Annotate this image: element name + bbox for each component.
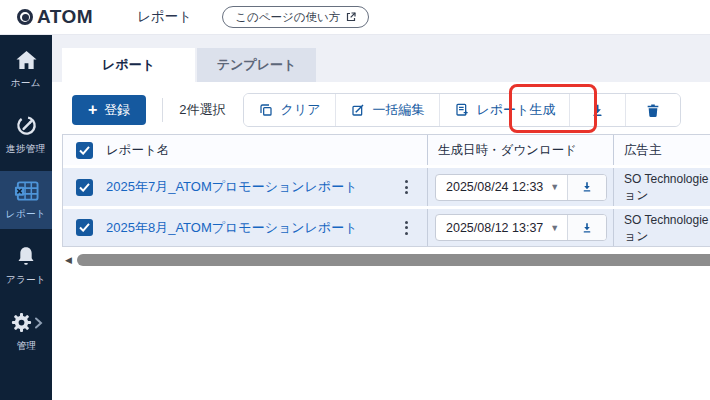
tab-bar: レポート テンプレート [52, 35, 710, 82]
report-table: レポート名 生成日時・ダウンロード 広告主 2025年7月_ATOMプロモー [62, 134, 710, 247]
clear-button[interactable]: クリア [244, 94, 335, 126]
bulk-edit-button-label: 一括編集 [373, 101, 425, 119]
advertiser-line2: ョン [624, 187, 710, 203]
generate-report-button[interactable]: レポート生成 [439, 94, 570, 126]
top-header: ATOM レポート このページの使い方 [0, 0, 710, 35]
atom-logo-text: ATOM [37, 6, 93, 28]
help-button-label: このページの使い方 [235, 10, 340, 25]
file-plus-icon [454, 102, 470, 118]
atom-logo: ATOM [17, 6, 93, 28]
register-button[interactable]: + 登録 [72, 95, 146, 125]
generation-datetime-value[interactable]: 2025/08/12 13:37 [436, 221, 550, 235]
trash-icon [645, 102, 661, 119]
row-download-button[interactable] [568, 215, 606, 240]
report-name-link[interactable]: 2025年8月_ATOMプロモーションレポート [106, 219, 357, 237]
main-content: レポート テンプレート + 登録 2件選択 クリア [52, 35, 710, 400]
atom-logo-icon [17, 9, 33, 25]
register-button-label: 登録 [104, 101, 130, 119]
row-checkbox[interactable] [76, 219, 93, 236]
sidebar-item-label: アラート [6, 273, 46, 286]
sidebar-item-label: 進捗管理 [6, 142, 46, 155]
table-row: 2025年7月_ATOMプロモーションレポート 2025/08/24 12:33… [63, 168, 710, 206]
generation-datetime-control: 2025/08/24 12:33 ▼ [435, 174, 607, 201]
toolbar-divider [162, 98, 163, 122]
generation-datetime-control: 2025/08/12 13:37 ▼ [435, 214, 607, 241]
progress-icon [15, 114, 38, 137]
page-title: レポート [137, 8, 192, 26]
report-spreadsheet-icon [14, 180, 39, 202]
clear-button-label: クリア [281, 101, 321, 119]
check-icon [79, 146, 90, 155]
sidebar-item-label: ホーム [11, 76, 41, 89]
column-header-advertiser: 広告主 [624, 142, 662, 158]
sidebar: ホーム 進捗管理 レポート アラート [0, 35, 52, 400]
scrollbar-thumb[interactable] [77, 254, 710, 266]
chevron-down-icon[interactable]: ▼ [550, 223, 559, 233]
chevron-right-icon [34, 317, 43, 329]
report-panel: + 登録 2件選択 クリア 一括編集 [52, 82, 710, 400]
edit-icon [350, 102, 366, 118]
chevron-down-icon[interactable]: ▼ [550, 182, 559, 192]
gear-icon [10, 311, 33, 334]
report-name-link[interactable]: 2025年7月_ATOMプロモーションレポート [106, 178, 357, 196]
sidebar-item-label: レポート [6, 207, 46, 220]
generation-datetime-value[interactable]: 2025/08/24 12:33 [436, 180, 550, 194]
plus-icon: + [88, 102, 97, 118]
table-row: 2025年8月_ATOMプロモーションレポート 2025/08/12 13:37… [63, 209, 710, 247]
sidebar-item-home[interactable]: ホーム [0, 41, 52, 98]
sidebar-item-alert[interactable]: アラート [0, 236, 52, 295]
sidebar-item-label: 管理 [16, 339, 36, 352]
download-icon [589, 102, 606, 119]
bulk-edit-button[interactable]: 一括編集 [335, 94, 439, 126]
advertiser-line1: SO Technologie [624, 171, 710, 187]
external-link-icon [346, 12, 356, 22]
tab-template[interactable]: テンプレート [197, 48, 316, 82]
download-button[interactable] [569, 94, 625, 126]
delete-button[interactable] [625, 94, 680, 126]
table-header-row: レポート名 生成日時・ダウンロード 広告主 [63, 134, 710, 165]
bell-icon [15, 245, 37, 268]
download-icon [580, 221, 594, 235]
toolbar: + 登録 2件選択 クリア 一括編集 [72, 93, 710, 127]
sidebar-item-report[interactable]: レポート [0, 171, 52, 229]
sidebar-item-progress[interactable]: 進捗管理 [0, 105, 52, 164]
advertiser-cell: SO Technologie ョン [614, 209, 710, 246]
tab-report[interactable]: レポート [62, 48, 195, 82]
select-all-checkbox[interactable] [76, 142, 93, 159]
advertiser-line1: SO Technologie [624, 212, 710, 228]
kebab-menu-icon[interactable] [402, 218, 411, 238]
advertiser-cell: SO Technologie ョン [614, 168, 710, 206]
help-button[interactable]: このページの使い方 [222, 6, 369, 28]
horizontal-scrollbar: ◀ [65, 253, 710, 267]
kebab-menu-icon[interactable] [402, 177, 411, 197]
column-header-report-name: レポート名 [106, 142, 169, 159]
column-header-datetime: 生成日時・ダウンロード [438, 142, 577, 159]
scroll-left-arrow-icon[interactable]: ◀ [65, 256, 72, 265]
download-icon [580, 180, 594, 194]
selection-count: 2件選択 [179, 101, 225, 119]
home-icon [15, 50, 38, 71]
check-icon [79, 183, 90, 192]
generate-report-button-label: レポート生成 [477, 101, 556, 119]
advertiser-line2: ョン [624, 228, 710, 244]
row-checkbox[interactable] [76, 179, 93, 196]
sidebar-item-settings[interactable]: 管理 [0, 302, 52, 361]
row-download-button[interactable] [568, 175, 606, 200]
clear-icon [258, 102, 274, 118]
check-icon [79, 223, 90, 232]
action-button-group: クリア 一括編集 レポート生成 [243, 93, 682, 127]
